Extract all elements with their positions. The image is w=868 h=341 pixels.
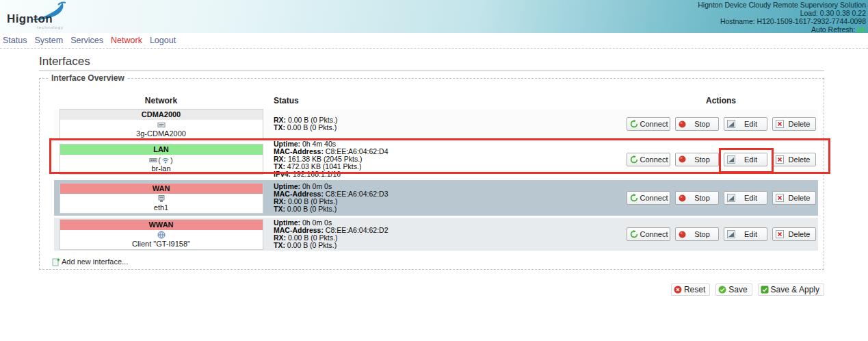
page-title: Interfaces [39, 55, 90, 68]
edit-icon [727, 230, 735, 238]
title-divider [39, 71, 824, 71]
actions-cell: Connect Stop Edit Delete [624, 140, 818, 178]
table-row: LAN ( ) br-lan [54, 140, 268, 178]
column-header-actions: Actions [624, 96, 818, 105]
connect-icon [630, 155, 638, 164]
delete-button[interactable]: Delete [772, 153, 816, 166]
edit-icon [727, 194, 735, 202]
edit-button[interactable]: Edit [724, 191, 767, 205]
delete-button[interactable]: Delete [772, 227, 816, 241]
ethernet-port-icon [157, 194, 166, 203]
modem-icon [157, 121, 166, 129]
solution-title: Hignton Device Cloudy Remote Supervisory… [698, 1, 866, 9]
add-interface-icon [52, 257, 60, 266]
actions-cell: Connect Stop Edit Delete [624, 218, 818, 251]
edit-icon [727, 120, 735, 128]
save-apply-icon [761, 286, 769, 294]
connect-icon [630, 194, 638, 202]
paren-open: ( [158, 156, 161, 164]
status-cell: Uptime: 0h 0m 0s MAC-Address: C8:EE:A6:0… [268, 180, 624, 216]
connect-button[interactable]: Connect [627, 117, 670, 131]
nav-item-network[interactable]: Network [111, 36, 142, 45]
interface-name: 3g-CDMA2000 [60, 129, 263, 139]
header-info: Hignton Device Cloudy Remote Supervisory… [698, 1, 866, 34]
connect-button[interactable]: Connect [627, 153, 670, 166]
nav-item-logout[interactable]: Logout [150, 36, 176, 45]
delete-icon [776, 120, 784, 128]
column-header-network: Network [54, 96, 268, 105]
status-cell: RX: 0.00 B (0 Pkts.) TX: 0.00 B (0 Pkts.… [268, 110, 624, 138]
edit-button[interactable]: Edit [724, 153, 767, 166]
actions-cell: Connect Stop Edit Delete [624, 110, 818, 138]
stop-icon [679, 194, 687, 202]
nav-item-services[interactable]: Services [70, 36, 103, 45]
delete-icon [776, 194, 784, 202]
edit-button[interactable]: Edit [724, 117, 767, 131]
nav-item-status[interactable]: Status [3, 36, 27, 45]
interface-name: eth1 [60, 203, 263, 213]
save-icon [718, 286, 726, 294]
table-row: WAN eth1 [54, 180, 268, 216]
network-badge: WWAN [60, 220, 263, 230]
reset-button[interactable]: Reset [671, 283, 710, 296]
connect-icon [630, 230, 638, 238]
column-header-status: Status [268, 96, 624, 105]
stop-icon [679, 155, 687, 164]
header-banner: Hignton technology Hignton Device Cloudy… [0, 0, 868, 33]
connect-icon [630, 120, 638, 128]
delete-icon [776, 230, 784, 238]
nav-item-system[interactable]: System [34, 36, 63, 45]
wifi-icon [161, 156, 170, 164]
stop-icon [679, 120, 687, 128]
logo: Hignton technology [7, 1, 82, 33]
interfaces-table: Network Status Actions CDMA2000 3g-CDMA2… [54, 94, 818, 251]
save-button[interactable]: Save [715, 283, 752, 296]
status-cell: Uptime: 0h 4m 40s MAC-Address: C8:EE:A6:… [268, 140, 624, 178]
logo-text: Hignton [7, 12, 53, 26]
save-apply-button[interactable]: Save & Apply [758, 283, 824, 296]
network-box-cdma2000: CDMA2000 3g-CDMA2000 [60, 109, 263, 140]
network-box-lan: LAN ( ) br-lan [60, 144, 263, 175]
hostname: Hostname: H120-1509-1617-2932-7744-0098 [698, 17, 866, 25]
interface-name: Client "GT-I9158" [60, 240, 263, 249]
logo-tagline: technology [37, 25, 64, 29]
stop-button[interactable]: Stop [675, 117, 719, 131]
footer-actions: Reset Save Save & Apply [671, 283, 824, 296]
actions-cell: Connect Stop Edit Delete [624, 180, 818, 216]
stop-icon [679, 230, 687, 238]
page: Hignton technology Hignton Device Cloudy… [0, 0, 868, 341]
connect-button[interactable]: Connect [627, 191, 670, 205]
stop-button[interactable]: Stop [675, 227, 719, 241]
main-nav: Status System Services Network Logout [0, 33, 868, 49]
reset-icon [674, 286, 682, 294]
paren-close: ) [170, 156, 173, 164]
switch-icon [149, 156, 157, 164]
stop-button[interactable]: Stop [675, 191, 719, 205]
network-badge: CDMA2000 [60, 110, 263, 120]
load-average: Load: 0.30 0.38 0.22 [698, 9, 866, 17]
edit-icon [727, 155, 735, 164]
table-row: CDMA2000 3g-CDMA2000 [54, 110, 268, 138]
delete-button[interactable]: Delete [772, 117, 816, 131]
status-cell: Uptime: 0h 0m 0s MAC-Address: C8:EE:A6:0… [268, 218, 624, 251]
interface-overview-section: Interface Overview Network Status Action… [39, 78, 824, 270]
network-box-wan: WAN eth1 [60, 183, 263, 214]
add-interface-link[interactable]: Add new interface... [52, 257, 128, 266]
edit-button[interactable]: Edit [724, 227, 767, 241]
connect-button[interactable]: Connect [627, 227, 670, 241]
wireless-client-icon [157, 231, 166, 239]
delete-icon [776, 155, 784, 164]
network-box-wwan: WWAN Client "GT-I9158" [60, 219, 263, 250]
network-badge: LAN [60, 144, 263, 155]
section-legend: Interface Overview [48, 73, 128, 83]
stop-button[interactable]: Stop [675, 153, 719, 166]
network-badge: WAN [60, 184, 263, 194]
delete-button[interactable]: Delete [772, 191, 816, 205]
interface-name: br-lan [60, 164, 263, 174]
table-row: WWAN Client "GT-I9158" [54, 218, 268, 251]
